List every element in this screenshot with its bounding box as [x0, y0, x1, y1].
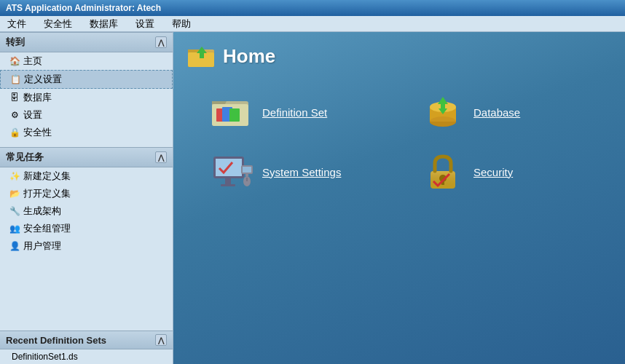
title-bar: ATS Application Administrator: Atech: [0, 0, 625, 16]
sidebar-item-definition[interactable]: 📋 定义设置: [0, 70, 173, 89]
recent-item-0[interactable]: DefinitionSet1.ds: [0, 349, 173, 364]
home-icon: 🏠: [9, 55, 20, 67]
svg-rect-11: [229, 108, 240, 122]
sidebar: 转到 ⋀ 🏠 主页 📋 定义设置 🗄 数据库 ⚙ 设置 🔒 安全性 常见任务: [0, 32, 173, 364]
title-text: ATS Application Administrator: Atech: [6, 3, 161, 13]
tile-system-settings-label: System Settings: [262, 166, 341, 178]
menu-help[interactable]: 帮助: [168, 16, 195, 32]
svg-rect-23: [243, 167, 251, 173]
svg-rect-20: [225, 178, 231, 184]
content-area: Home: [173, 32, 625, 364]
tile-definition-set-label: Definition Set: [262, 106, 327, 119]
tasks-section-label: 常见任务: [6, 151, 44, 164]
home-title: Home: [223, 45, 275, 68]
tasks-collapse-button[interactable]: ⋀: [155, 151, 167, 163]
open-definition-icon: 📂: [9, 188, 20, 199]
sidebar-item-open-def[interactable]: 📂 打开定义集: [0, 185, 173, 202]
svg-rect-24: [245, 174, 248, 176]
tasks-section-header: 常见任务 ⋀: [0, 147, 173, 167]
nav-section-header: 转到 ⋀: [0, 32, 173, 52]
sidebar-item-user-mgmt[interactable]: 👤 用户管理: [0, 237, 173, 255]
recent-collapse-button[interactable]: ⋀: [155, 334, 167, 346]
new-definition-icon: ✨: [9, 170, 20, 182]
svg-point-15: [430, 116, 456, 127]
menu-database[interactable]: 数据库: [85, 16, 122, 32]
recent-section-header: Recent Definition Sets ⋀: [0, 331, 173, 349]
home-folder-icon: [188, 44, 216, 68]
definition-icon: 📋: [9, 74, 21, 85]
tile-system-settings[interactable]: System Settings: [210, 153, 377, 191]
database-icon: 🗄: [9, 92, 20, 103]
menu-bar: 文件 安全性 数据库 设置 帮助: [0, 16, 625, 32]
nav-collapse-button[interactable]: ⋀: [155, 36, 167, 48]
security-icon: 🔒: [9, 127, 20, 138]
sidebar-item-database[interactable]: 🗄 数据库: [0, 89, 173, 106]
sidebar-item-group-mgmt[interactable]: 👥 安全组管理: [0, 220, 173, 237]
group-icon: 👥: [9, 223, 20, 234]
tiles-grid: Definition Set Database: [188, 86, 610, 198]
system-settings-tile-icon: [210, 153, 253, 191]
database-tile-icon: [421, 93, 465, 131]
recent-section: Recent Definition Sets ⋀ DefinitionSet1.…: [0, 331, 173, 364]
tile-security[interactable]: Security: [421, 153, 589, 191]
svg-marker-7: [212, 101, 227, 104]
sidebar-item-home[interactable]: 🏠 主页: [0, 52, 173, 70]
recent-section-label: Recent Definition Sets: [6, 335, 106, 346]
sidebar-item-new-def[interactable]: ✨ 新建定义集: [0, 167, 173, 185]
settings-icon: ⚙: [9, 109, 20, 121]
security-tile-icon: [421, 153, 465, 191]
user-icon: 👤: [9, 240, 20, 252]
sidebar-item-security[interactable]: 🔒 安全性: [0, 124, 173, 141]
sidebar-item-build[interactable]: 🔧 生成架构: [0, 202, 173, 220]
menu-security[interactable]: 安全性: [39, 16, 76, 32]
menu-file[interactable]: 文件: [3, 16, 31, 32]
nav-section-label: 转到: [6, 36, 25, 49]
main-layout: 转到 ⋀ 🏠 主页 📋 定义设置 🗄 数据库 ⚙ 设置 🔒 安全性 常见任务: [0, 32, 625, 364]
home-header: Home: [188, 44, 610, 68]
tile-security-label: Security: [473, 166, 513, 178]
menu-settings[interactable]: 设置: [131, 16, 159, 32]
tile-definition-set[interactable]: Definition Set: [210, 93, 377, 131]
tile-database-label: Database: [473, 106, 520, 119]
svg-rect-21: [221, 184, 235, 186]
tile-database[interactable]: Database: [421, 93, 589, 131]
sidebar-item-settings[interactable]: ⚙ 设置: [0, 106, 173, 124]
definition-set-icon: [210, 93, 253, 131]
build-icon: 🔧: [9, 205, 20, 217]
